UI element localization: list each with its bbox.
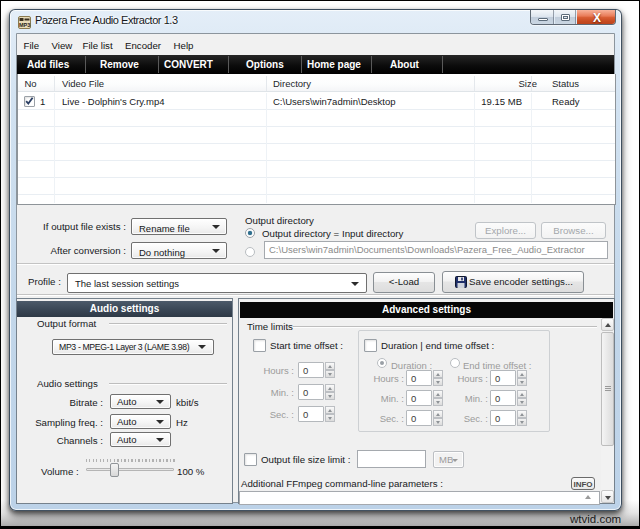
svg-text:MP3: MP3 (19, 22, 30, 28)
